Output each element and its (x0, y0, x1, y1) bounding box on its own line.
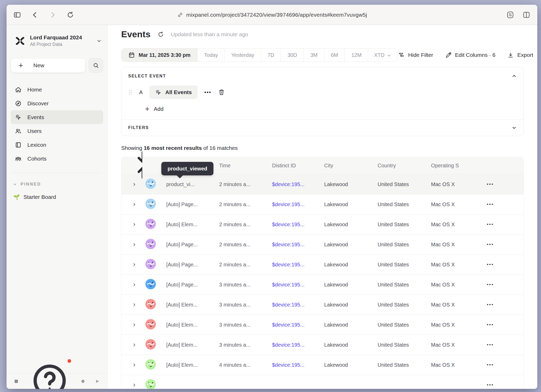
range-today[interactable]: Today (197, 48, 224, 62)
sidebar-item-discover[interactable]: Discover (11, 96, 103, 110)
new-button[interactable]: New (11, 58, 85, 73)
table-row[interactable]: [Auto] Elem... 3 minutes a... $device:19… (121, 335, 524, 355)
event-tooltip: product_viewed (161, 162, 213, 175)
hide-filter-button[interactable]: Hide Filter (398, 52, 433, 58)
sidebar-item-cohorts[interactable]: Cohorts (11, 152, 103, 166)
expand-row-chevron-icon[interactable] (121, 223, 142, 226)
row-actions-icon[interactable]: ••• (478, 382, 524, 388)
country-cell: United States (378, 242, 431, 248)
table-row[interactable]: [Auto] Elem... 4 minutes a... $device:19… (121, 355, 524, 375)
table-row[interactable]: [Auto] Page... 2 minutes a... $device:19… (121, 254, 524, 274)
column-header-country[interactable]: Country (378, 163, 431, 169)
event-avatar-cell (142, 239, 166, 250)
column-header-distinct-id[interactable]: Distinct ID (272, 163, 324, 169)
sort-direction-icon[interactable] (132, 175, 142, 181)
table-row[interactable]: [Auto] Page... 2 minutes a... $device:19… (121, 194, 524, 214)
expand-row-chevron-icon[interactable] (121, 383, 142, 387)
distinct-id-link[interactable]: $device:195... (272, 181, 324, 187)
row-actions-icon[interactable]: ••• (478, 182, 524, 187)
search-button[interactable] (89, 58, 103, 73)
event-more-options-icon[interactable]: ••• (204, 89, 211, 95)
drag-handle-icon[interactable] (128, 89, 132, 96)
distinct-id-link[interactable]: $device:195... (272, 302, 324, 308)
page-settings-icon[interactable] (506, 11, 514, 19)
add-event-button[interactable]: Add (144, 106, 163, 112)
row-actions-icon[interactable]: ••• (478, 282, 524, 287)
row-actions-icon[interactable]: ••• (478, 342, 524, 347)
distinct-id-link[interactable]: $device:195... (272, 342, 324, 348)
forward-button-icon[interactable] (49, 11, 57, 19)
column-header-operating-system[interactable]: Operating S (431, 163, 478, 169)
table-row[interactable]: ••• (121, 375, 524, 389)
distinct-id-link[interactable]: $device:195... (272, 242, 324, 248)
table-row[interactable]: [Auto] Page... 3 minutes a... $device:19… (121, 274, 524, 295)
column-header-time[interactable]: Time (219, 163, 272, 169)
event-avatar-cell (142, 319, 166, 330)
row-actions-icon[interactable]: ••• (478, 322, 524, 327)
split-view-icon[interactable] (522, 11, 531, 19)
range-yesterday[interactable]: Yesterday (224, 48, 261, 62)
back-button-icon[interactable] (31, 11, 39, 19)
expand-row-chevron-icon[interactable] (121, 323, 142, 327)
country-cell: United States (378, 342, 431, 348)
range-12m[interactable]: 12M (345, 48, 368, 62)
event-avatar (145, 359, 156, 370)
expand-row-chevron-icon[interactable] (121, 243, 142, 247)
expand-row-chevron-icon[interactable] (121, 303, 142, 307)
sidebar-item-starter-board[interactable]: 🌱 Starter Board (11, 194, 103, 200)
column-header-city[interactable]: City (324, 163, 378, 169)
distinct-id-link[interactable]: $device:195... (272, 322, 324, 328)
sidebar-item-events[interactable]: Events (11, 110, 103, 124)
reload-button-icon[interactable] (66, 11, 74, 19)
expand-row-chevron-icon[interactable] (121, 182, 142, 186)
expand-row-chevron-icon[interactable] (121, 263, 142, 267)
event-name-cell: [Auto] Elem... (166, 302, 219, 308)
expand-section-chevron-down-icon[interactable] (512, 125, 517, 130)
range-7d[interactable]: 7D (261, 48, 281, 62)
row-actions-icon[interactable]: ••• (478, 302, 524, 307)
row-actions-icon[interactable]: ••• (478, 242, 524, 247)
export-button[interactable]: Export (507, 52, 533, 58)
distinct-id-link[interactable]: $device:195... (272, 201, 324, 207)
sidebar-item-users[interactable]: Users (11, 124, 103, 138)
row-actions-icon[interactable]: ••• (478, 362, 524, 368)
collapse-sidebar-icon[interactable] (96, 378, 100, 385)
address-bar[interactable]: mixpanel.com/project/3472420/view/397469… (177, 12, 367, 18)
country-cell: United States (378, 362, 431, 368)
expand-row-chevron-icon[interactable] (121, 283, 142, 287)
trash-icon[interactable] (218, 89, 225, 96)
sidebar-item-home[interactable]: Home (11, 83, 103, 96)
workspace-switcher[interactable]: Lord Farquaad 2024 All Project Data (14, 34, 102, 47)
apps-grid-icon[interactable] (14, 378, 18, 385)
range-30d[interactable]: 30D (281, 48, 304, 62)
range-3m[interactable]: 3M (304, 48, 324, 62)
distinct-id-link[interactable]: $device:195... (272, 362, 324, 368)
filters-section[interactable]: FILTERS (121, 120, 524, 136)
date-picker-button[interactable]: Mar 11, 2025 3:30 pm (121, 48, 197, 62)
table-row[interactable]: [Auto] Page... 2 minutes a... $device:19… (121, 234, 524, 254)
row-actions-icon[interactable]: ••• (478, 222, 524, 227)
expand-row-chevron-icon[interactable] (121, 203, 142, 206)
row-actions-icon[interactable]: ••• (478, 202, 524, 207)
distinct-id-link[interactable]: $device:195... (272, 262, 324, 268)
table-row[interactable]: [Auto] Elem... 3 minutes a... $device:19… (121, 295, 524, 315)
distinct-id-link[interactable]: $device:195... (272, 282, 324, 288)
pinned-section-header[interactable]: PINNED (13, 182, 103, 187)
event-selector-chip[interactable]: All Events (149, 85, 198, 99)
table-row[interactable]: [Auto] Elem... 2 minutes a... $device:19… (121, 214, 524, 234)
distinct-id-link[interactable]: $device:195... (272, 222, 324, 228)
chevron-down-icon (96, 38, 102, 44)
edit-columns-button[interactable]: Edit Columns · 6 (445, 52, 495, 58)
row-actions-icon[interactable]: ••• (478, 262, 524, 267)
expand-row-chevron-icon[interactable] (121, 343, 142, 347)
refresh-icon[interactable] (157, 31, 164, 38)
settings-gear-icon[interactable] (81, 378, 85, 385)
browser-sidebar-toggle-icon[interactable] (13, 11, 21, 19)
collapse-section-chevron-up-icon[interactable] (512, 74, 517, 79)
range-6m[interactable]: 6M (324, 48, 345, 62)
table-row[interactable]: product_vi... 2 minutes a... $device:195… (121, 174, 524, 194)
table-row[interactable]: [Auto] Elem... 3 minutes a... $device:19… (121, 315, 524, 335)
expand-row-chevron-icon[interactable] (121, 363, 142, 367)
range-xtd-dropdown[interactable]: XTD (368, 48, 397, 62)
sidebar-item-lexicon[interactable]: Lexicon (11, 138, 103, 152)
